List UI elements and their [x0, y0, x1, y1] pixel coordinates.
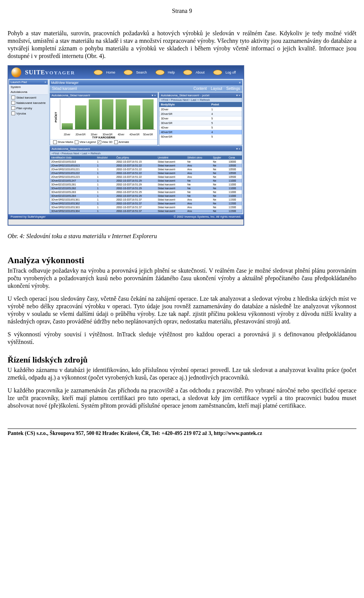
table-row[interactable]: 2Dver1: [159, 107, 242, 112]
close-icon[interactable]: ×: [44, 80, 46, 84]
checkbox-show-marks[interactable]: [53, 140, 57, 144]
panel-menu-icon[interactable]: ▾ ×: [152, 94, 156, 97]
table-row[interactable]: 3Dver02103165128412002-10-03T16:51:29Skl…: [50, 194, 242, 198]
table-cell: 11500: [228, 202, 242, 206]
table-row[interactable]: 4Dver5: [159, 126, 242, 130]
table-cell: 2002-10-03T16:51:37: [115, 206, 157, 209]
table-cell: Ne: [212, 206, 228, 209]
table-cell: 11000: [228, 183, 242, 187]
chart-x-tick: 3DverSR: [102, 133, 113, 136]
link-settings[interactable]: Settings: [226, 86, 240, 91]
table-cell: 3Dver021031651283: [50, 190, 96, 194]
table-cell: Ne: [212, 160, 228, 164]
panel-menu-icon[interactable]: ▾ ×: [236, 147, 240, 151]
chart-x-labels: 2Dver2DverSR3Dver3DverSR4Dver4DverSR5Dve…: [60, 133, 155, 136]
table-cell: 11000: [228, 179, 242, 183]
table-cell: 3DverSR021031651362: [50, 202, 96, 206]
nav-logoff[interactable]: Log off: [211, 69, 240, 75]
analysis-p3: S výkonností výroby souvisí i výtěžnost.…: [8, 331, 356, 346]
checkbox-icon[interactable]: [11, 101, 15, 105]
table-cell: 10500: [228, 164, 242, 168]
nav-home[interactable]: Home: [91, 69, 120, 75]
checkbox-icon[interactable]: [11, 96, 15, 99]
table-header[interactable]: Cena: [228, 155, 242, 160]
count-col-pocet[interactable]: Počet: [210, 102, 242, 107]
table-cell: 3Dver021031651284: [50, 194, 96, 198]
table-cell: 4: [210, 130, 242, 135]
table-cell: Ne: [186, 190, 212, 194]
main-area: MultiView Manager× Sklad karoserií Conte…: [49, 79, 243, 214]
table-cell: Sklad karoserií: [157, 175, 186, 179]
checkbox-animate[interactable]: [114, 140, 118, 144]
sidebar-item-plan-vyroby[interactable]: Plán výroby: [9, 105, 48, 111]
table-cell: 1: [96, 194, 115, 198]
table-row[interactable]: 3Dver02103165128212002-10-03T16:51:29Skl…: [50, 187, 242, 190]
checkbox-icon[interactable]: [11, 111, 15, 115]
intro-paragraph: Pohyb a stav materiálu, surovin, pracovn…: [8, 30, 356, 60]
table-cell: 2DverSR021031651813: [50, 164, 96, 168]
sidebar-system[interactable]: System: [9, 85, 48, 89]
table-row[interactable]: 4DverSR4: [159, 130, 242, 135]
table-row[interactable]: 2DverSR02103165122112002-10-03T16:51:22S…: [50, 168, 242, 171]
sidebar-autolakovna[interactable]: Autolakovna: [9, 89, 48, 95]
table-header[interactable]: Čas příjmu: [115, 155, 157, 160]
panel-menu-icon[interactable]: ▾ ×: [236, 94, 240, 97]
table-row[interactable]: 5DverSR5: [159, 135, 242, 139]
table-row[interactable]: 2DverSR4: [159, 112, 242, 116]
table-cell: 1: [96, 164, 115, 168]
count-col-bodystyle[interactable]: BodyStyle: [159, 102, 210, 107]
nav-help[interactable]: Help: [153, 69, 180, 75]
table-row[interactable]: 3Dver02103165124712002-10-03T16:51:29Skl…: [50, 179, 242, 183]
checkbox-icon[interactable]: [11, 106, 15, 110]
table-header[interactable]: Střešní okno: [186, 155, 212, 160]
table-row[interactable]: 2DverSR02103165122312002-10-03T16:51:22S…: [50, 175, 242, 179]
table-cell: Ne: [212, 202, 228, 206]
table-header[interactable]: Umístění: [157, 155, 186, 160]
table-row[interactable]: 2Dver02103165101012002-10-03T16:51:15Skl…: [50, 160, 242, 164]
table-row[interactable]: 3DverSR02103165136212002-10-03T16:51:37S…: [50, 202, 242, 206]
table-cell: 1: [96, 179, 115, 183]
table-row[interactable]: 3DverSR02103165136412002-10-03T16:51:37S…: [50, 209, 242, 213]
table-row[interactable]: 3Dver02103165128112002-10-03T16:51:29Skl…: [50, 183, 242, 187]
count-pager[interactable]: ‹‹First ‹ Previous Next › Last ›› Refres…: [159, 98, 242, 102]
table-header[interactable]: Identifikační číslo: [50, 155, 96, 160]
chart-bar: [62, 123, 73, 129]
page-number: Strana 9: [8, 8, 356, 14]
checkbox-view-3d[interactable]: [97, 140, 101, 144]
table-cell: Ano: [186, 164, 212, 168]
table-row[interactable]: 2DverSR02103165181312002-10-03T16:51:22S…: [50, 164, 242, 168]
nav-search[interactable]: Search: [121, 69, 152, 75]
table-cell: 2002-10-03T16:51:22: [115, 164, 157, 168]
checkbox-view-legend[interactable]: [75, 140, 78, 144]
chart-x-tick: 4Dver: [115, 133, 127, 136]
table-row[interactable]: 2DverSR02103165122212002-10-03T16:51:22S…: [50, 171, 242, 175]
sv-titlebar: SUITEVOYAGER Home Search Help About Log …: [8, 66, 243, 79]
table-cell: 11000: [228, 194, 242, 198]
table-cell: 5: [210, 121, 242, 126]
sidebar-item-vyroba[interactable]: Výroba: [9, 111, 48, 116]
table-cell: Sklad karoserií: [157, 179, 186, 183]
table-cell: 11500: [228, 209, 242, 213]
table-header[interactable]: Množství: [96, 155, 115, 160]
table-row[interactable]: 3Dver02103165128312002-10-03T16:51:29Skl…: [50, 190, 242, 194]
nav-about[interactable]: About: [181, 69, 209, 75]
detail-panel-title: Autolakovna_Sklad karoserií: [52, 147, 90, 151]
table-cell: 10000: [228, 160, 242, 164]
table-cell: 2DverSR: [159, 112, 210, 116]
table-row[interactable]: 3Dver5: [159, 116, 242, 121]
link-content[interactable]: Content: [193, 86, 207, 91]
close-icon[interactable]: ×: [239, 81, 241, 85]
table-cell: 5: [210, 135, 242, 139]
chart-x-tick: 2Dver: [61, 133, 73, 136]
table-cell: Sklad karoserií: [157, 160, 186, 164]
sidebar-item-sklad-karoserii[interactable]: Sklad karoserií: [9, 95, 48, 100]
table-header[interactable]: Spojler: [212, 155, 228, 160]
table-row[interactable]: 3DverSR02103165136112002-10-03T16:51:37S…: [50, 198, 242, 202]
sidebar-item-nalakovane[interactable]: Nalakované karosérie: [9, 100, 48, 105]
chart-panel-title: Autolakovna_Sklad karoserií: [52, 94, 90, 97]
detail-pager[interactable]: ‹‹First ‹ Previous Next › Last ›› Refres…: [50, 151, 242, 155]
table-row[interactable]: 3DverSR5: [159, 121, 242, 126]
link-layout[interactable]: Layout: [211, 86, 222, 91]
sidebar-launchpad[interactable]: Launch Pad×: [9, 80, 48, 85]
table-row[interactable]: 3DverSR02103165136312002-10-03T16:51:37S…: [50, 206, 242, 209]
